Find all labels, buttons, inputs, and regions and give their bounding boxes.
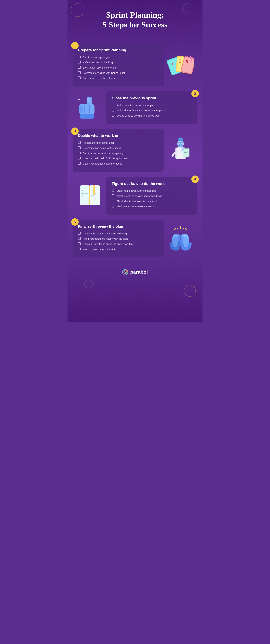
thumbsup-icon: ✦ ✦ ✦: [76, 94, 103, 121]
cards-icon: 1 1 5 8: [167, 53, 194, 77]
svg-text:✦: ✦: [78, 98, 80, 102]
checkbox[interactable]: [78, 76, 81, 79]
list-item: Break-down epics into stories: [78, 66, 158, 70]
list-item: Check if the sprint goal needs tweaking: [78, 232, 158, 235]
step-4-card: 4 Figure out how to do the work Break it…: [106, 177, 197, 214]
step-5-checklist: Check if the sprint goal needs tweaking …: [78, 232, 158, 251]
step-4-badge: 4: [191, 176, 199, 183]
list-item: Add sprint review action items to your p…: [112, 108, 192, 112]
checkbox[interactable]: [78, 237, 81, 240]
step-4-illustration: [73, 182, 106, 210]
checkbox[interactable]: [78, 162, 81, 165]
step-2-title: Close the previous sprint: [112, 96, 192, 100]
checkbox[interactable]: [78, 56, 81, 58]
list-item: Estimate story sizes with Sprint Poker: [78, 71, 158, 74]
step-1-illustration: 1 1 5 8: [164, 51, 197, 78]
svg-rect-42: [81, 196, 83, 197]
svg-point-21: [87, 98, 90, 102]
step-4-checklist: Break items down further if needed Ask t…: [112, 189, 192, 208]
step-1-card: 1 Prepare for Sprint Planning Create a d…: [73, 43, 164, 86]
checkbox[interactable]: [78, 152, 81, 154]
deco-circle-4: [184, 285, 196, 297]
list-item: Check all tasks help fulfill the sprint …: [78, 156, 158, 160]
header-divider: [118, 33, 152, 33]
page-title: Sprint Planning: 5 Steps for Success: [73, 10, 197, 30]
svg-line-49: [185, 228, 186, 229]
step-3-illustration: [164, 134, 197, 167]
step-5-badge: 5: [71, 218, 79, 226]
step-5-container: 5 Finalize & review the plan Check if th…: [73, 220, 197, 257]
checkbox[interactable]: [112, 189, 114, 192]
step-3-checklist: Present the draft sprint goal Select bac…: [78, 141, 158, 166]
list-item: Decide what to do with unfinished work: [112, 114, 192, 118]
svg-text:5: 5: [179, 58, 182, 64]
checkbox[interactable]: [78, 141, 81, 144]
list-item: Break items down further if needed: [112, 189, 192, 192]
list-item: Check # of tasks/points is reasonable: [112, 200, 192, 203]
step-5-title: Finalize & review the plan: [78, 224, 158, 229]
step-5-card: 5 Finalize & review the plan Check if th…: [73, 220, 164, 257]
svg-line-50: [175, 228, 176, 229]
list-item: Present the draft sprint goal: [78, 141, 158, 144]
deco-circle-3: [84, 280, 93, 288]
step-3-card: 3 Decide what to work on Present the dra…: [73, 129, 164, 172]
checkbox[interactable]: [112, 200, 114, 202]
checkbox[interactable]: [112, 194, 114, 197]
list-item: Add retro action items to your plan: [112, 104, 192, 107]
step-4-container: 4 Figure out how to do the work Break it…: [73, 177, 197, 214]
list-item: Clarify acceptance criteria for tasks: [78, 162, 158, 166]
step-2-card: 2 Close the previous sprint Add retro ac…: [106, 91, 197, 124]
checkbox[interactable]: [78, 232, 81, 234]
list-item: Break items down with story splitting: [78, 152, 158, 155]
list-item: Ask the team to assign themselves tasks: [112, 194, 192, 198]
step-2-checklist: Add retro action items to your plan Add …: [112, 104, 192, 118]
svg-point-23: [179, 138, 182, 140]
checkbox[interactable]: [112, 109, 114, 112]
step-2-badge: 2: [191, 90, 199, 97]
checkbox[interactable]: [78, 66, 81, 69]
person-icon: [169, 135, 192, 166]
step-1-title: Prepare for Sprint Planning: [78, 48, 158, 52]
svg-rect-25: [178, 144, 183, 148]
checkbox[interactable]: [78, 146, 81, 149]
page-wrapper: Sprint Planning: 5 Steps for Success 1 P…: [68, 0, 202, 322]
list-item: Wish everyone a great sprint!: [78, 248, 158, 251]
step-3-badge: 3: [71, 128, 79, 135]
svg-line-48: [177, 227, 178, 229]
step-2-container: 2 Close the previous sprint Add retro ac…: [73, 91, 197, 124]
svg-text:✦: ✦: [81, 95, 83, 97]
list-item: Select backlog items for the sprint: [78, 146, 158, 150]
step-1-checklist: Create a draft sprint goal Refine the pr…: [78, 56, 158, 80]
checkbox[interactable]: [78, 61, 81, 64]
step-5-illustration: [164, 223, 197, 254]
step-1-badge: 1: [71, 42, 79, 49]
list-item: Eliminate any non-essential tasks: [112, 204, 192, 208]
logo-section: parabol: [73, 262, 197, 278]
logo-text: parabol: [130, 270, 148, 275]
list-item: Prepare metrics, like velocity: [78, 76, 158, 80]
checkbox[interactable]: [112, 104, 114, 106]
checkbox[interactable]: [78, 157, 81, 160]
clapping-icon: [168, 225, 193, 252]
svg-rect-16: [79, 106, 83, 113]
checkbox[interactable]: [112, 205, 114, 208]
step-4-title: Figure out how to do the work: [112, 182, 192, 186]
checkbox[interactable]: [78, 71, 81, 74]
svg-rect-33: [185, 148, 188, 149]
list-item: Check all new tasks are in the sprint ba…: [78, 242, 158, 246]
step-3-container: 3 Decide what to work on Present the dra…: [73, 129, 197, 172]
svg-point-10: [190, 57, 193, 60]
header-section: Sprint Planning: 5 Steps for Success: [73, 7, 197, 38]
parabol-logo-icon: [122, 269, 128, 275]
step-2-illustration: ✦ ✦ ✦: [73, 92, 106, 123]
step-1-container: 1 Prepare for Sprint Planning Create a d…: [73, 43, 197, 86]
svg-line-47: [183, 227, 184, 229]
svg-text:✦: ✦: [86, 94, 87, 96]
checkbox[interactable]: [78, 242, 81, 245]
list-item: Ask if your team are happy with the plan: [78, 237, 158, 240]
list-item: Refine the product backlog: [78, 61, 158, 64]
svg-point-55: [125, 272, 125, 272]
list-item: Create a draft sprint goal: [78, 56, 158, 59]
checkbox[interactable]: [78, 248, 81, 250]
checkbox[interactable]: [112, 114, 114, 117]
